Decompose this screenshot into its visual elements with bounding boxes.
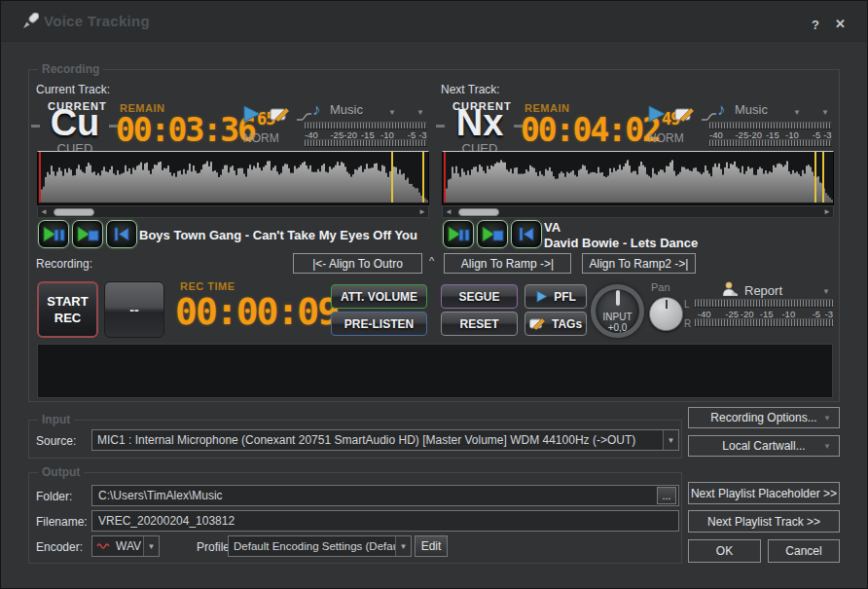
segue-button[interactable]: SEGUE (441, 284, 518, 309)
fade-icon[interactable] (296, 112, 312, 122)
play-stop-button[interactable] (72, 220, 103, 248)
profile-select[interactable]: Default Encoding Settings (Default...▼ (228, 535, 412, 557)
chevron-down-icon[interactable]: ▼ (395, 536, 411, 556)
waveform-display[interactable] (38, 152, 428, 202)
current-track-panel: CURRENT Cu CUED REMAIN 00:03:3665 ♪ Musi… (37, 96, 429, 258)
chevron-down-icon[interactable]: ▼ (822, 287, 830, 296)
input-gain-knob[interactable]: INPUT +0,0 (591, 284, 644, 338)
tags-button[interactable]: TAGs (524, 312, 587, 336)
chevron-down-icon[interactable]: ▼ (793, 108, 801, 117)
start-rec-button[interactable]: STARTREC (37, 281, 98, 338)
category-select[interactable]: Music (330, 102, 363, 117)
track-code: Cu (37, 104, 113, 141)
play-stop-button[interactable] (477, 220, 508, 248)
source-select[interactable]: MIC1 : Internal Microphone (Conexant 207… (91, 429, 679, 451)
edit-profile-button[interactable]: Edit (415, 535, 448, 557)
output-group-label: Output (38, 465, 84, 479)
next-playlist-placeholder-button[interactable]: Next Playlist Placeholder >> (688, 482, 840, 504)
play-pause-button[interactable] (443, 220, 474, 248)
input-knob-value: +0,0 (596, 322, 639, 333)
recording-group-label: Recording (38, 62, 103, 76)
play-pause-button[interactable] (38, 220, 69, 248)
recording-options-button[interactable]: Recording Options...▼ (688, 407, 840, 428)
meter-scale: -40-25-20-15-10-5-3 (305, 129, 427, 139)
scroll-left-arrow-icon[interactable]: ◄ (445, 207, 452, 217)
fade-icon[interactable] (701, 112, 717, 122)
pan-label: Pan (651, 281, 670, 293)
next-track-panel: CURRENT Nx CUED REMAIN 00:04:0249 ♪ Musi… (442, 96, 834, 258)
play-stop-icon (481, 226, 504, 242)
knob-pointer (666, 300, 668, 309)
track-title: VA David Bowie - Lets Dance (544, 218, 834, 253)
align-to-outro-button[interactable]: |<- Align To Outro (293, 253, 422, 274)
next-playlist-track-button[interactable]: Next Playlist Track >> (688, 510, 840, 533)
scrollbar-thumb[interactable] (458, 208, 499, 216)
tag-edit-icon[interactable] (270, 106, 291, 122)
close-button[interactable]: ✕ (835, 17, 846, 31)
voice-tracking-dialog: Voice Tracking ? ✕ Recording Current Tra… (0, 0, 868, 589)
microphone-icon (20, 13, 39, 31)
waveform-container (442, 151, 834, 205)
input-group-label: Input (38, 413, 74, 426)
folder-label: Folder: (36, 490, 72, 503)
att-volume-button[interactable]: ATT. VOLUME (331, 284, 427, 309)
chevron-down-icon[interactable]: ▼ (416, 108, 424, 117)
voice-track-waveform-area (37, 344, 833, 398)
encoder-select[interactable]: WAV▼ (91, 535, 160, 557)
tags-icon (529, 317, 546, 330)
folder-field[interactable] (91, 485, 679, 506)
local-cartwall-button[interactable]: Local Cartwall...▼ (688, 435, 840, 457)
secondary-rec-button[interactable]: -- (104, 281, 164, 338)
skip-to-start-button[interactable] (511, 220, 542, 248)
encoder-label: Encoder: (36, 540, 83, 554)
waveform-scrollbar[interactable]: ◄ ► (37, 205, 429, 218)
current-track-label: Current Track: (36, 83, 110, 96)
play-pause-icon (447, 226, 470, 242)
chevron-down-icon[interactable]: ▼ (388, 108, 396, 117)
title-bar: Voice Tracking ? ✕ (1, 1, 867, 42)
play-icon[interactable] (242, 105, 262, 123)
skip-to-start-button[interactable] (106, 220, 137, 248)
scroll-right-arrow-icon[interactable]: ► (823, 207, 831, 217)
pre-listen-button[interactable]: PRE-LISTEN (331, 312, 427, 336)
meter-ticks (305, 139, 427, 147)
cancel-button[interactable]: Cancel (768, 539, 840, 563)
knob-pointer (616, 290, 620, 306)
scroll-right-arrow-icon[interactable]: ► (418, 207, 426, 217)
tag-edit-icon[interactable] (674, 106, 696, 122)
meter-left-label: L (684, 299, 690, 310)
chevron-down-icon[interactable]: ▼ (821, 108, 829, 117)
filename-field[interactable] (91, 510, 679, 532)
chevron-down-icon: ▼ (823, 414, 831, 423)
play-stop-icon (76, 226, 99, 242)
report-select[interactable]: Report (744, 283, 782, 298)
chevron-down-icon[interactable]: ▼ (663, 430, 678, 450)
norm-label: NORM (648, 131, 684, 145)
meter-ticks (695, 318, 833, 327)
scroll-left-arrow-icon[interactable]: ◄ (40, 207, 48, 217)
chevron-down-icon[interactable]: ▼ (143, 536, 159, 556)
scrollbar-thumb[interactable] (54, 208, 94, 216)
browse-folder-button[interactable]: ... (657, 487, 676, 504)
waveform-scrollbar[interactable]: ◄ ► (442, 205, 834, 218)
next-track-label: Next Track: (441, 83, 500, 96)
skip-start-icon (518, 226, 535, 242)
pfl-button[interactable]: PFL (524, 284, 587, 309)
chevron-down-icon: ▼ (823, 442, 831, 451)
meter-right-label: R (684, 318, 691, 329)
source-label: Source: (36, 434, 76, 448)
meter-ticks (695, 299, 833, 308)
reset-button[interactable]: RESET (441, 312, 518, 336)
align-to-ramp-button[interactable]: Align To Ramp ->| (444, 253, 571, 274)
align-to-ramp2-button[interactable]: Align To Ramp2 ->| (582, 253, 696, 274)
report-person-icon (722, 281, 739, 296)
play-pause-icon (42, 226, 65, 242)
help-button[interactable]: ? (812, 18, 819, 32)
play-icon[interactable] (647, 105, 667, 123)
pan-knob[interactable] (649, 297, 683, 331)
ok-button[interactable]: OK (688, 539, 761, 563)
category-select[interactable]: Music (735, 102, 768, 117)
music-note-icon: ♪ (312, 100, 321, 120)
wav-format-icon (96, 541, 111, 551)
waveform-display[interactable] (443, 152, 833, 202)
